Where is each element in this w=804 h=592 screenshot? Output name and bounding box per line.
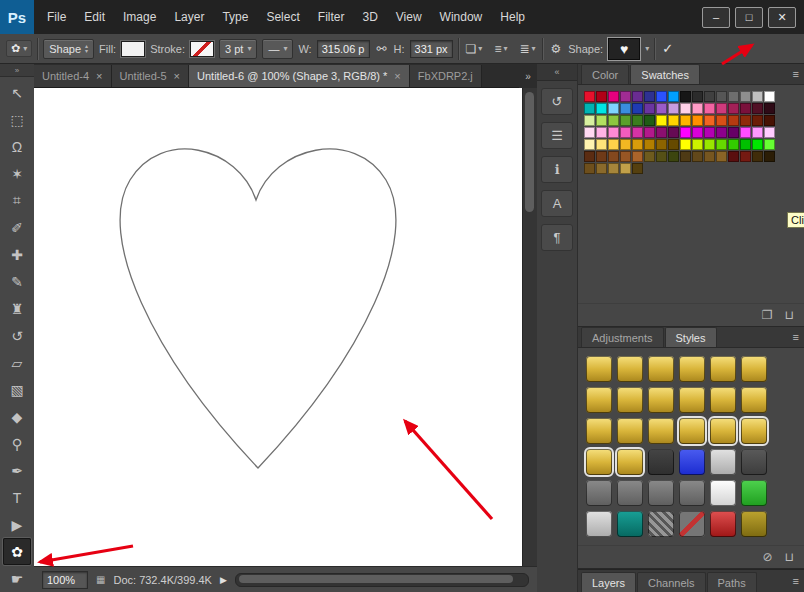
doc-tab[interactable]: FbXDRP2.j xyxy=(410,65,482,87)
color-swatch[interactable] xyxy=(764,91,775,102)
color-swatch[interactable] xyxy=(620,103,631,114)
color-swatch[interactable] xyxy=(632,91,643,102)
color-swatch[interactable] xyxy=(752,115,763,126)
type-tool[interactable]: T xyxy=(3,484,31,511)
menu-filter[interactable]: Filter xyxy=(309,0,354,34)
menu-3d[interactable]: 3D xyxy=(353,0,386,34)
color-swatch[interactable] xyxy=(764,115,775,126)
delete-swatch-button[interactable]: ⊔ xyxy=(785,308,794,322)
color-swatch[interactable] xyxy=(728,139,739,150)
shape-preview-heart[interactable]: ♥ xyxy=(608,38,640,60)
style-chip-gold[interactable] xyxy=(679,418,705,444)
color-swatch[interactable] xyxy=(704,91,715,102)
color-swatch[interactable] xyxy=(656,115,667,126)
color-swatch[interactable] xyxy=(668,139,679,150)
style-chip-gray[interactable] xyxy=(617,480,643,506)
color-swatch[interactable] xyxy=(596,151,607,162)
crop-tool[interactable]: ⌗ xyxy=(3,187,31,214)
style-chip-none[interactable] xyxy=(679,511,705,537)
style-chip-gold[interactable] xyxy=(617,387,643,413)
tab-close-icon[interactable]: × xyxy=(96,70,102,82)
color-swatch[interactable] xyxy=(764,139,775,150)
color-swatch[interactable] xyxy=(632,103,643,114)
style-chip-gray[interactable] xyxy=(648,480,674,506)
color-swatch[interactable] xyxy=(668,127,679,138)
style-chip-gold[interactable] xyxy=(617,356,643,382)
color-swatch[interactable] xyxy=(608,91,619,102)
tab-channels[interactable]: Channels xyxy=(637,572,705,592)
tab-color[interactable]: Color xyxy=(581,64,629,84)
color-swatch[interactable] xyxy=(716,103,727,114)
menu-help[interactable]: Help xyxy=(491,0,534,34)
doc-tab[interactable]: Untitled-5× xyxy=(112,65,190,87)
menu-select[interactable]: Select xyxy=(257,0,308,34)
move-tool[interactable]: ↖ xyxy=(3,79,31,106)
status-flyout-arrow[interactable]: ▶ xyxy=(220,575,227,585)
color-swatch[interactable] xyxy=(764,151,775,162)
panel-menu-icon[interactable]: ≡ xyxy=(793,331,799,343)
eraser-tool[interactable]: ▱ xyxy=(3,349,31,376)
zoom-level-field[interactable]: 100% xyxy=(42,571,88,589)
style-chip-gold[interactable] xyxy=(586,387,612,413)
style-chip-gold[interactable] xyxy=(586,449,612,475)
window-close-button[interactable]: ✕ xyxy=(768,7,796,28)
color-swatch[interactable] xyxy=(680,91,691,102)
tab-layers[interactable]: Layers xyxy=(581,572,636,592)
color-swatch[interactable] xyxy=(608,115,619,126)
tab-close-icon[interactable]: × xyxy=(394,70,400,82)
color-swatch[interactable] xyxy=(740,91,751,102)
info-panel-icon[interactable]: ℹ xyxy=(541,156,573,183)
style-chip-blue[interactable] xyxy=(679,449,705,475)
style-chip-charcoal[interactable] xyxy=(648,449,674,475)
color-swatch[interactable] xyxy=(620,91,631,102)
color-swatch[interactable] xyxy=(632,163,643,174)
color-swatch[interactable] xyxy=(656,103,667,114)
style-chip-silver[interactable] xyxy=(586,511,612,537)
custom-shape-tool[interactable]: ✿ xyxy=(3,538,31,565)
character-panel-icon[interactable]: A xyxy=(541,190,573,217)
style-chip-gold[interactable] xyxy=(741,387,767,413)
color-swatch[interactable] xyxy=(740,139,751,150)
commit-check-icon[interactable]: ✓ xyxy=(662,41,673,56)
color-swatch[interactable] xyxy=(656,127,667,138)
style-chip-gray-dark[interactable] xyxy=(741,449,767,475)
stroke-style-select[interactable]: — ▾ xyxy=(262,39,293,59)
color-swatch[interactable] xyxy=(752,103,763,114)
style-chip-gold[interactable] xyxy=(710,387,736,413)
menu-view[interactable]: View xyxy=(387,0,431,34)
lasso-tool[interactable]: Ω xyxy=(3,133,31,160)
panel-menu-icon[interactable]: ≡ xyxy=(793,575,799,587)
color-swatch[interactable] xyxy=(644,91,655,102)
style-chip-olive[interactable] xyxy=(741,511,767,537)
color-swatch[interactable] xyxy=(620,115,631,126)
tab-adjustments[interactable]: Adjustments xyxy=(581,327,664,347)
color-swatch[interactable] xyxy=(704,103,715,114)
color-swatch[interactable] xyxy=(728,115,739,126)
style-chip-gold[interactable] xyxy=(617,418,643,444)
path-selection-tool[interactable]: ▶ xyxy=(3,511,31,538)
color-swatch[interactable] xyxy=(620,127,631,138)
heart-shape[interactable] xyxy=(120,149,396,468)
color-swatch[interactable] xyxy=(584,91,595,102)
color-swatch[interactable] xyxy=(668,91,679,102)
color-swatch[interactable] xyxy=(668,151,679,162)
color-swatch[interactable] xyxy=(608,103,619,114)
history-brush-tool[interactable]: ↺ xyxy=(3,322,31,349)
menu-layer[interactable]: Layer xyxy=(165,0,213,34)
color-swatch[interactable] xyxy=(764,127,775,138)
color-swatch[interactable] xyxy=(692,115,703,126)
color-swatch[interactable] xyxy=(584,151,595,162)
color-swatch[interactable] xyxy=(752,151,763,162)
tab-paths[interactable]: Paths xyxy=(707,572,757,592)
window-maximize-button[interactable]: □ xyxy=(735,7,763,28)
color-swatch[interactable] xyxy=(656,151,667,162)
color-swatch[interactable] xyxy=(728,127,739,138)
color-swatch[interactable] xyxy=(632,139,643,150)
color-swatch[interactable] xyxy=(584,163,595,174)
color-swatch[interactable] xyxy=(632,127,643,138)
color-swatch[interactable] xyxy=(584,103,595,114)
color-swatch[interactable] xyxy=(692,151,703,162)
color-swatch[interactable] xyxy=(692,91,703,102)
color-swatch[interactable] xyxy=(704,127,715,138)
panel-menu-icon[interactable]: ≡ xyxy=(793,68,799,80)
